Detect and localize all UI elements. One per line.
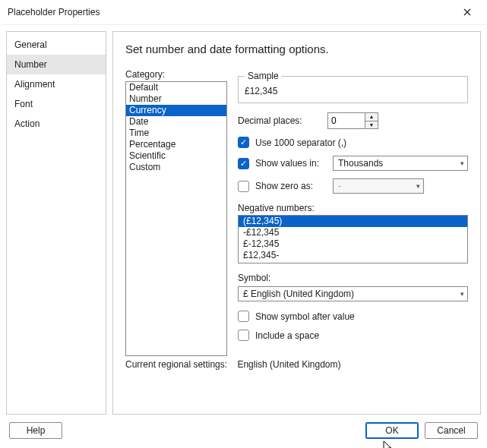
include-space-checkbox[interactable] (238, 330, 249, 341)
spinner-up-icon[interactable]: ▲ (365, 113, 378, 121)
decimal-places-input[interactable] (328, 113, 365, 128)
sample-legend: Sample (245, 71, 282, 81)
use-separator-row[interactable]: Use 1000 separator (,) (238, 137, 468, 148)
category-label: Category: (125, 69, 227, 80)
regional-settings-value: English (United Kingdom) (237, 359, 340, 370)
show-symbol-after-row[interactable]: Show symbol after value (238, 311, 468, 322)
close-icon (463, 8, 471, 16)
show-zero-as-label: Show zero as: (255, 181, 327, 191)
sidebar: General Number Alignment Font Action (6, 31, 106, 415)
category-opt-scientific[interactable]: Scientific (126, 150, 226, 162)
decimal-places-spinner[interactable]: ▲ ▼ (327, 112, 378, 129)
neg-opt-0[interactable]: (£12,345) (239, 216, 467, 227)
titlebar: Placeholder Properties (0, 0, 487, 25)
negative-numbers-listbox[interactable]: (£12,345) -£12,345 £-12,345 £12,345- (238, 215, 468, 263)
sample-value: £12,345 (245, 86, 461, 96)
chevron-down-icon: ▾ (460, 159, 464, 167)
symbol-label: Symbol: (238, 273, 468, 283)
include-space-row[interactable]: Include a space (238, 330, 468, 341)
show-values-in-row: Show values in: Thousands ▾ (238, 156, 468, 171)
category-opt-time[interactable]: Time (126, 128, 226, 139)
decimal-places-row: Decimal places: ▲ ▼ (238, 112, 468, 129)
neg-opt-1[interactable]: -£12,345 (239, 227, 467, 238)
negative-numbers-label: Negative numbers: (238, 203, 468, 213)
category-opt-date[interactable]: Date (126, 116, 226, 128)
options-column: Sample £12,345 Decimal places: ▲ ▼ (238, 69, 468, 349)
neg-opt-2[interactable]: £-12,345 (239, 238, 467, 250)
close-button[interactable] (454, 2, 481, 23)
regional-settings-label: Current regional settings: (125, 359, 227, 370)
show-zero-as-row: Show zero as: - ▾ (238, 178, 468, 194)
category-opt-default[interactable]: Default (126, 82, 226, 93)
use-separator-checkbox[interactable] (238, 137, 249, 148)
show-zero-as-value: - (338, 181, 412, 191)
regional-settings-row: Current regional settings: English (Unit… (125, 359, 468, 370)
show-values-in-value: Thousands (338, 158, 456, 169)
include-space-label: Include a space (255, 330, 319, 341)
category-opt-percentage[interactable]: Percentage (126, 139, 226, 150)
sidebar-item-label: Alignment (14, 79, 55, 90)
sample-group: Sample £12,345 (238, 71, 468, 103)
help-button[interactable]: Help (9, 422, 62, 439)
cancel-button[interactable]: Cancel (425, 422, 478, 439)
symbol-value: £ English (United Kingdom) (243, 289, 456, 299)
show-values-in-checkbox[interactable] (238, 158, 249, 169)
sidebar-item-number[interactable]: Number (7, 55, 106, 74)
show-symbol-after-label: Show symbol after value (255, 311, 355, 322)
button-bar: Help OK Cancel (0, 418, 487, 448)
show-symbol-after-checkbox[interactable] (238, 311, 249, 322)
neg-opt-3[interactable]: £12,345- (239, 250, 467, 261)
symbol-select[interactable]: £ English (United Kingdom) ▾ (238, 286, 468, 301)
spinner-down-icon[interactable]: ▼ (365, 121, 378, 129)
sidebar-item-label: Font (14, 99, 33, 109)
sidebar-item-label: General (14, 39, 47, 50)
show-values-in-label: Show values in: (255, 158, 327, 169)
show-values-in-select[interactable]: Thousands ▾ (333, 156, 468, 171)
category-opt-currency[interactable]: Currency (126, 105, 226, 116)
window-title: Placeholder Properties (8, 7, 454, 17)
decimal-places-label: Decimal places: (238, 115, 321, 126)
category-opt-custom[interactable]: Custom (126, 162, 226, 173)
sidebar-item-label: Number (14, 59, 47, 70)
sidebar-item-general[interactable]: General (7, 35, 106, 55)
sidebar-item-label: Action (14, 118, 40, 129)
main-panel: Set number and date formatting options. … (112, 31, 481, 415)
dialog-body: General Number Alignment Font Action Set… (0, 25, 487, 418)
sidebar-item-alignment[interactable]: Alignment (7, 74, 106, 94)
show-zero-as-select[interactable]: - ▾ (333, 178, 424, 194)
use-separator-label: Use 1000 separator (,) (255, 137, 346, 148)
chevron-down-icon: ▾ (416, 182, 420, 190)
category-opt-number[interactable]: Number (126, 93, 226, 105)
sidebar-item-font[interactable]: Font (7, 94, 106, 114)
show-zero-as-checkbox[interactable] (238, 181, 249, 192)
sidebar-item-action[interactable]: Action (7, 114, 106, 134)
chevron-down-icon: ▾ (460, 290, 464, 298)
ok-button[interactable]: OK (365, 422, 419, 439)
category-listbox[interactable]: Default Number Currency Date Time Percen… (125, 81, 227, 356)
dialog-window: Placeholder Properties General Number Al… (0, 0, 487, 448)
page-title: Set number and date formatting options. (125, 43, 468, 55)
